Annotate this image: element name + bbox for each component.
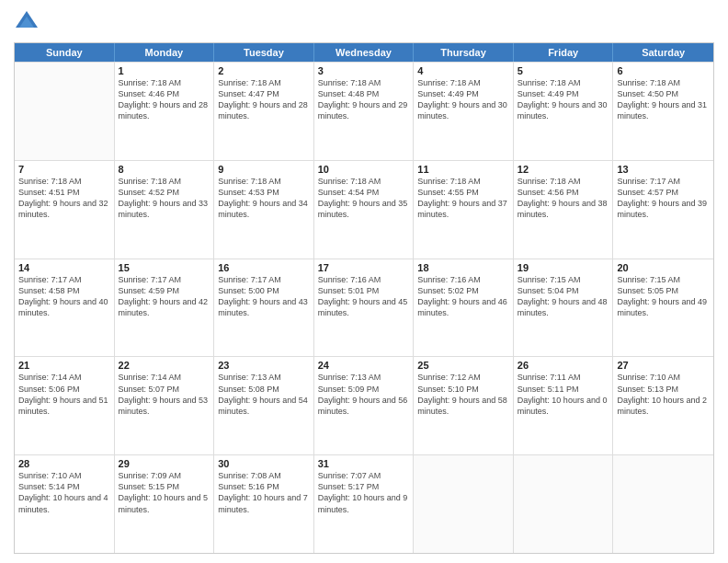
header-day-tuesday: Tuesday <box>214 43 314 62</box>
cell-day-number: 1 <box>119 65 210 76</box>
cell-info: Sunrise: 7:12 AMSunset: 5:10 PMDaylight:… <box>417 372 509 417</box>
cell-info: Sunrise: 7:15 AMSunset: 5:04 PMDaylight:… <box>518 274 609 319</box>
calendar-cell <box>414 455 514 553</box>
cell-day-number: 9 <box>218 164 310 175</box>
cell-day-number: 30 <box>218 458 310 469</box>
cell-day-number: 7 <box>18 164 110 175</box>
cell-day-number: 2 <box>218 65 310 76</box>
cell-day-number: 12 <box>518 164 609 175</box>
cell-day-number: 8 <box>119 164 210 175</box>
cell-info: Sunrise: 7:18 AMSunset: 4:50 PMDaylight:… <box>617 77 710 122</box>
cell-day-number: 14 <box>18 262 110 273</box>
cell-day-number: 26 <box>518 360 609 371</box>
calendar-cell: 1Sunrise: 7:18 AMSunset: 4:46 PMDaylight… <box>115 63 215 160</box>
cell-info: Sunrise: 7:18 AMSunset: 4:46 PMDaylight:… <box>119 77 210 122</box>
calendar-row-4: 28Sunrise: 7:10 AMSunset: 5:14 PMDayligh… <box>15 454 713 553</box>
calendar-cell: 24Sunrise: 7:13 AMSunset: 5:09 PMDayligh… <box>314 357 415 454</box>
header-day-saturday: Saturday <box>613 43 713 62</box>
header-day-sunday: Sunday <box>15 43 115 62</box>
cell-info: Sunrise: 7:17 AMSunset: 4:58 PMDaylight:… <box>18 274 110 319</box>
cell-day-number: 22 <box>119 360 210 371</box>
calendar-cell: 10Sunrise: 7:18 AMSunset: 4:54 PMDayligh… <box>314 161 415 259</box>
cell-day-number: 16 <box>218 262 310 273</box>
cell-info: Sunrise: 7:08 AMSunset: 5:16 PMDaylight:… <box>218 470 310 515</box>
cell-info: Sunrise: 7:07 AMSunset: 5:17 PMDaylight:… <box>318 470 410 515</box>
cell-info: Sunrise: 7:15 AMSunset: 5:05 PMDaylight:… <box>617 274 710 319</box>
logo-icon <box>14 9 40 35</box>
cell-info: Sunrise: 7:14 AMSunset: 5:06 PMDaylight:… <box>18 372 110 417</box>
cell-info: Sunrise: 7:18 AMSunset: 4:49 PMDaylight:… <box>417 77 509 122</box>
calendar-cell: 26Sunrise: 7:11 AMSunset: 5:11 PMDayligh… <box>514 357 614 454</box>
cell-info: Sunrise: 7:11 AMSunset: 5:11 PMDaylight:… <box>518 372 609 417</box>
cell-day-number: 25 <box>417 360 509 371</box>
calendar-cell: 11Sunrise: 7:18 AMSunset: 4:55 PMDayligh… <box>414 161 514 259</box>
calendar-cell: 4Sunrise: 7:18 AMSunset: 4:49 PMDaylight… <box>414 63 514 160</box>
header-day-thursday: Thursday <box>414 43 514 62</box>
cell-info: Sunrise: 7:18 AMSunset: 4:54 PMDaylight:… <box>318 176 410 221</box>
cell-day-number: 19 <box>518 262 609 273</box>
calendar-cell: 14Sunrise: 7:17 AMSunset: 4:58 PMDayligh… <box>15 259 115 357</box>
cell-day-number: 4 <box>417 65 509 76</box>
calendar-cell: 20Sunrise: 7:15 AMSunset: 5:05 PMDayligh… <box>613 259 713 357</box>
cell-info: Sunrise: 7:18 AMSunset: 4:53 PMDaylight:… <box>218 176 310 221</box>
cell-day-number: 13 <box>617 164 710 175</box>
calendar-cell <box>15 63 115 160</box>
cell-day-number: 5 <box>518 65 609 76</box>
cell-info: Sunrise: 7:10 AMSunset: 5:13 PMDaylight:… <box>617 372 710 417</box>
cell-info: Sunrise: 7:18 AMSunset: 4:51 PMDaylight:… <box>18 176 110 221</box>
calendar: SundayMondayTuesdayWednesdayThursdayFrid… <box>14 42 714 554</box>
cell-info: Sunrise: 7:18 AMSunset: 4:55 PMDaylight:… <box>417 176 509 221</box>
cell-day-number: 3 <box>318 65 410 76</box>
cell-info: Sunrise: 7:10 AMSunset: 5:14 PMDaylight:… <box>18 470 110 515</box>
cell-info: Sunrise: 7:18 AMSunset: 4:52 PMDaylight:… <box>119 176 210 221</box>
calendar-cell: 30Sunrise: 7:08 AMSunset: 5:16 PMDayligh… <box>214 455 314 553</box>
header-day-friday: Friday <box>514 43 614 62</box>
cell-day-number: 6 <box>617 65 710 76</box>
cell-day-number: 17 <box>318 262 410 273</box>
header-day-wednesday: Wednesday <box>314 43 415 62</box>
calendar-row-3: 21Sunrise: 7:14 AMSunset: 5:06 PMDayligh… <box>15 356 713 454</box>
cell-info: Sunrise: 7:18 AMSunset: 4:56 PMDaylight:… <box>518 176 609 221</box>
calendar-cell: 25Sunrise: 7:12 AMSunset: 5:10 PMDayligh… <box>414 357 514 454</box>
calendar-cell: 3Sunrise: 7:18 AMSunset: 4:48 PMDaylight… <box>314 63 415 160</box>
cell-day-number: 11 <box>417 164 509 175</box>
cell-info: Sunrise: 7:18 AMSunset: 4:47 PMDaylight:… <box>218 77 310 122</box>
cell-day-number: 18 <box>417 262 509 273</box>
cell-info: Sunrise: 7:09 AMSunset: 5:15 PMDaylight:… <box>119 470 210 515</box>
calendar-cell: 28Sunrise: 7:10 AMSunset: 5:14 PMDayligh… <box>15 455 115 553</box>
calendar-row-0: 1Sunrise: 7:18 AMSunset: 4:46 PMDaylight… <box>15 62 713 160</box>
cell-day-number: 27 <box>617 360 710 371</box>
cell-info: Sunrise: 7:16 AMSunset: 5:02 PMDaylight:… <box>417 274 509 319</box>
cell-info: Sunrise: 7:17 AMSunset: 5:00 PMDaylight:… <box>218 274 310 319</box>
cell-day-number: 28 <box>18 458 110 469</box>
calendar-cell: 5Sunrise: 7:18 AMSunset: 4:49 PMDaylight… <box>514 63 614 160</box>
calendar-cell: 9Sunrise: 7:18 AMSunset: 4:53 PMDaylight… <box>214 161 314 259</box>
cell-day-number: 20 <box>617 262 710 273</box>
header-day-monday: Monday <box>115 43 215 62</box>
calendar-cell: 29Sunrise: 7:09 AMSunset: 5:15 PMDayligh… <box>115 455 215 553</box>
cell-info: Sunrise: 7:17 AMSunset: 4:57 PMDaylight:… <box>617 176 710 221</box>
calendar-cell: 18Sunrise: 7:16 AMSunset: 5:02 PMDayligh… <box>414 259 514 357</box>
calendar-cell: 17Sunrise: 7:16 AMSunset: 5:01 PMDayligh… <box>314 259 415 357</box>
calendar-cell: 12Sunrise: 7:18 AMSunset: 4:56 PMDayligh… <box>514 161 614 259</box>
cell-day-number: 15 <box>119 262 210 273</box>
cell-day-number: 31 <box>318 458 410 469</box>
calendar-cell: 2Sunrise: 7:18 AMSunset: 4:47 PMDaylight… <box>214 63 314 160</box>
calendar-body: 1Sunrise: 7:18 AMSunset: 4:46 PMDaylight… <box>15 62 713 553</box>
cell-day-number: 10 <box>318 164 410 175</box>
calendar-cell: 31Sunrise: 7:07 AMSunset: 5:17 PMDayligh… <box>314 455 415 553</box>
calendar-cell: 13Sunrise: 7:17 AMSunset: 4:57 PMDayligh… <box>613 161 713 259</box>
cell-info: Sunrise: 7:18 AMSunset: 4:48 PMDaylight:… <box>318 77 410 122</box>
cell-day-number: 21 <box>18 360 110 371</box>
calendar-cell <box>613 455 713 553</box>
cell-day-number: 29 <box>119 458 210 469</box>
calendar-header: SundayMondayTuesdayWednesdayThursdayFrid… <box>15 43 713 62</box>
calendar-row-1: 7Sunrise: 7:18 AMSunset: 4:51 PMDaylight… <box>15 160 713 259</box>
logo <box>14 9 43 35</box>
calendar-cell: 27Sunrise: 7:10 AMSunset: 5:13 PMDayligh… <box>613 357 713 454</box>
calendar-cell: 7Sunrise: 7:18 AMSunset: 4:51 PMDaylight… <box>15 161 115 259</box>
cell-info: Sunrise: 7:14 AMSunset: 5:07 PMDaylight:… <box>119 372 210 417</box>
calendar-cell: 15Sunrise: 7:17 AMSunset: 4:59 PMDayligh… <box>115 259 215 357</box>
cell-info: Sunrise: 7:13 AMSunset: 5:09 PMDaylight:… <box>318 372 410 417</box>
cell-info: Sunrise: 7:17 AMSunset: 4:59 PMDaylight:… <box>119 274 210 319</box>
